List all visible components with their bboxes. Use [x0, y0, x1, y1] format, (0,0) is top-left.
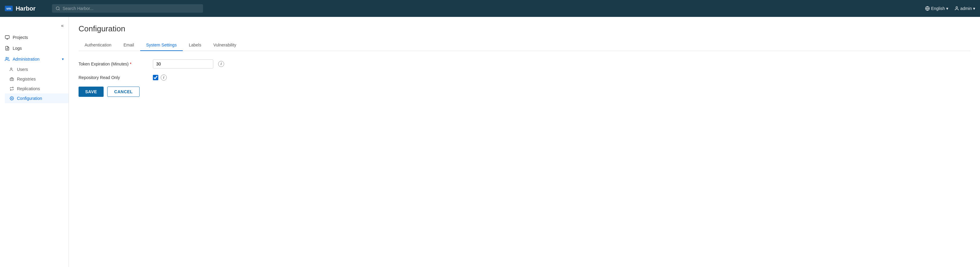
logs-label: Logs [13, 46, 22, 51]
svg-point-4 [956, 6, 957, 8]
svg-point-9 [11, 68, 12, 70]
main-content: Configuration Authentication Email Syste… [69, 17, 980, 267]
user-label: admin [960, 6, 972, 11]
registries-label: Registries [17, 77, 36, 81]
repo-readonly-label: Repository Read Only [78, 75, 148, 80]
administration-label: Administration [13, 57, 40, 62]
token-expiration-row: Token Expiration (Minutes) * i [78, 59, 970, 68]
user-chevron-icon: ▾ [973, 6, 975, 11]
sidebar-item-replications[interactable]: Replications [5, 84, 68, 93]
system-settings-form: Token Expiration (Minutes) * i Repositor… [78, 59, 970, 97]
required-indicator: * [130, 62, 131, 66]
sidebar-item-users[interactable]: Users [5, 65, 68, 74]
page-title: Configuration [78, 24, 970, 33]
svg-point-11 [11, 98, 13, 99]
configuration-tabs: Authentication Email System Settings Lab… [78, 39, 970, 51]
app-name: Harbor [16, 5, 36, 12]
projects-label: Projects [13, 35, 28, 40]
search-input[interactable] [62, 6, 199, 11]
registries-icon [10, 77, 14, 81]
replications-icon [10, 87, 14, 91]
user-menu[interactable]: admin ▾ [955, 6, 975, 11]
top-navigation: vm Harbor English ▾ admin ▾ [0, 0, 980, 17]
svg-rect-10 [10, 78, 14, 81]
projects-icon [5, 35, 10, 40]
tab-labels[interactable]: Labels [183, 39, 207, 51]
sidebar-administration-section: Administration ▾ Users Registries [0, 54, 68, 103]
sidebar-item-projects[interactable]: Projects [0, 32, 68, 43]
repo-readonly-row: Repository Read Only i [78, 74, 970, 81]
topnav-right: English ▾ admin ▾ [925, 6, 975, 11]
configuration-label: Configuration [17, 96, 42, 101]
replications-label: Replications [17, 86, 40, 91]
search-container [52, 4, 203, 13]
token-expiration-label: Token Expiration (Minutes) * [78, 62, 148, 66]
search-icon [56, 6, 60, 11]
tab-authentication[interactable]: Authentication [78, 39, 118, 51]
administration-chevron-icon: ▾ [62, 57, 64, 61]
repo-readonly-checkbox[interactable] [153, 75, 158, 80]
svg-point-8 [6, 57, 7, 59]
tab-email[interactable]: Email [118, 39, 140, 51]
sidebar-item-logs[interactable]: Logs [0, 43, 68, 54]
app-body: « Projects Logs Administration ▾ [0, 17, 980, 267]
search-wrap [52, 4, 203, 13]
tab-system-settings[interactable]: System Settings [140, 39, 183, 51]
administration-icon [5, 57, 10, 62]
token-expiration-input[interactable] [153, 59, 213, 68]
language-label: English [931, 6, 945, 11]
cancel-button[interactable]: CANCEL [107, 87, 140, 97]
sidebar-administration-parent[interactable]: Administration ▾ [0, 54, 68, 65]
svg-rect-5 [5, 36, 9, 38]
sidebar-collapse-area: « [0, 19, 68, 32]
sidebar: « Projects Logs Administration ▾ [0, 17, 69, 267]
vm-logo: vm [5, 6, 13, 11]
globe-icon [925, 6, 930, 11]
svg-point-0 [56, 6, 59, 9]
lang-chevron-icon: ▾ [946, 6, 948, 11]
user-icon [955, 6, 959, 11]
users-label: Users [17, 67, 28, 72]
sidebar-item-registries[interactable]: Registries [5, 74, 68, 84]
repo-info-icon[interactable]: i [161, 74, 167, 81]
brand-logo: vm Harbor [5, 5, 47, 12]
save-button[interactable]: SAVE [78, 87, 103, 97]
token-info-icon[interactable]: i [218, 61, 224, 67]
language-selector[interactable]: English ▾ [925, 6, 948, 11]
repo-readonly-checkbox-wrap: i [153, 74, 167, 81]
svg-line-1 [59, 9, 60, 10]
logs-icon [5, 46, 10, 51]
sidebar-item-configuration[interactable]: Configuration [5, 93, 68, 103]
configuration-icon [10, 96, 14, 101]
collapse-sidebar-button[interactable]: « [60, 22, 65, 30]
tab-vulnerability[interactable]: Vulnerability [207, 39, 242, 51]
users-icon [10, 67, 14, 71]
administration-children: Users Registries Replications [0, 65, 68, 103]
form-buttons: SAVE CANCEL [78, 87, 970, 97]
